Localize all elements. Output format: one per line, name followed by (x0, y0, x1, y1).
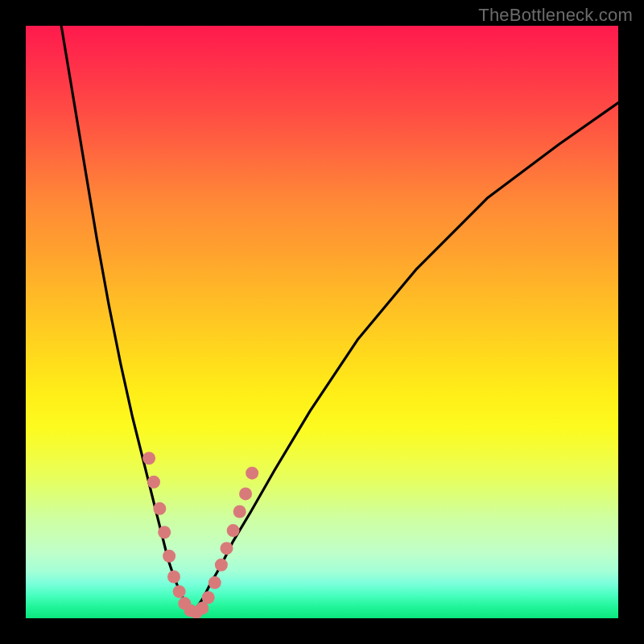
highlight-dot (246, 467, 258, 480)
chart-frame: TheBottleneck.com (0, 0, 644, 644)
highlight-dot (158, 526, 171, 539)
attribution-text: TheBottleneck.com (478, 5, 633, 26)
curve-right-branch (192, 103, 618, 613)
highlight-dot (163, 550, 175, 563)
highlight-dot (202, 591, 215, 604)
highlight-dot (153, 502, 166, 515)
highlight-dot (221, 542, 233, 555)
plot-area (26, 26, 618, 618)
highlight-dot (233, 506, 246, 518)
highlight-dot (142, 452, 155, 464)
curve-left-branch (61, 26, 192, 613)
highlight-dot (173, 585, 186, 598)
highlight-dot (215, 559, 228, 572)
curve-layer (26, 26, 618, 618)
highlight-dot (208, 576, 221, 589)
highlight-dot (227, 524, 240, 537)
bottleneck-curve (61, 26, 618, 613)
highlight-dot (147, 476, 160, 489)
highlight-dot (239, 487, 252, 500)
highlight-dots (142, 452, 258, 618)
highlight-dot (167, 570, 180, 583)
